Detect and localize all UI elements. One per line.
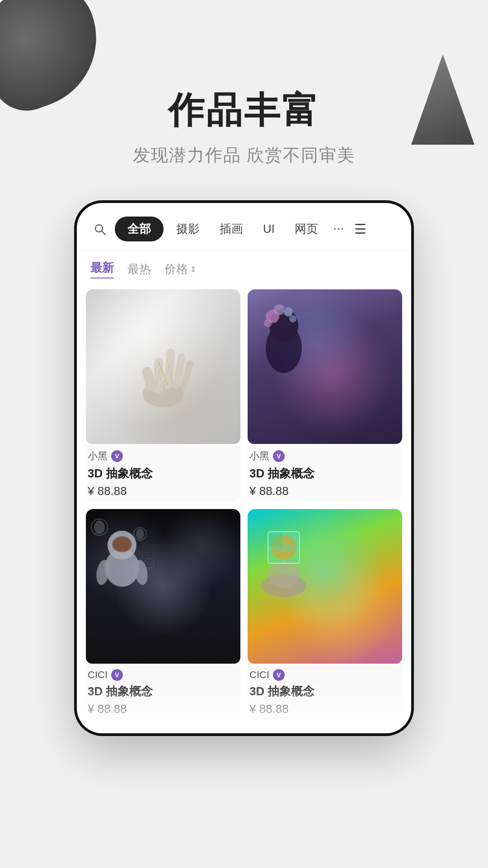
svg-line-1 <box>102 231 105 235</box>
svg-point-16 <box>289 315 296 322</box>
product-card-2[interactable]: 小黑 V 3D 抽象概念 ¥ 88.88 <box>248 289 402 502</box>
product-info-3: CICI V 3D 抽象概念 ¥ 88.88 <box>86 664 240 720</box>
filter-tab-newest[interactable]: 最新 <box>90 260 114 278</box>
phone-content: 全部 摄影 插画 UI 网页 ··· ☰ 最新 最热 价格 ⇕ <box>77 203 411 733</box>
verified-badge-3: V <box>111 669 123 681</box>
nav-more-icon[interactable]: ··· <box>331 223 347 235</box>
product-price-4: ¥ 88.88 <box>249 702 400 716</box>
product-info-1: 小黑 V 3D 抽象概念 ¥ 88.88 <box>86 444 240 502</box>
product-price-1: ¥ 88.88 <box>88 484 239 498</box>
product-title-2: 3D 抽象概念 <box>249 466 400 481</box>
svg-point-15 <box>284 307 293 316</box>
product-grid-wrapper: 小黑 V 3D 抽象概念 ¥ 88.88 <box>77 285 411 733</box>
price-sort-arrow: ⇕ <box>190 264 197 274</box>
product-image-4 <box>248 509 402 664</box>
svg-point-30 <box>268 561 300 588</box>
product-card-4[interactable]: CICI V 3D 抽象概念 ¥ 88.88 <box>248 509 402 720</box>
product-info-2: 小黑 V 3D 抽象概念 ¥ 88.88 <box>248 444 402 502</box>
product-image-1 <box>86 289 240 444</box>
filter-tab-hottest[interactable]: 最热 <box>127 261 151 277</box>
product-title-3: 3D 抽象概念 <box>88 684 239 699</box>
nav-tab-web[interactable]: 网页 <box>287 217 325 241</box>
nav-tab-all[interactable]: 全部 <box>115 217 164 241</box>
svg-point-19 <box>94 520 105 534</box>
verified-badge-4: V <box>273 669 285 681</box>
product-price-2: ¥ 88.88 <box>249 484 400 498</box>
product-author-1: 小黑 V <box>88 449 239 463</box>
product-image-2 <box>248 289 402 444</box>
product-info-4: CICI V 3D 抽象概念 ¥ 88.88 <box>248 664 402 720</box>
head-image <box>248 289 402 444</box>
search-icon[interactable] <box>90 220 109 239</box>
cube-image <box>248 509 402 664</box>
author-name-1: 小黑 <box>88 449 108 463</box>
svg-point-17 <box>264 319 272 327</box>
headline-title: 作品丰富 <box>0 90 488 130</box>
product-grid: 小黑 V 3D 抽象概念 ¥ 88.88 <box>77 285 411 733</box>
product-image-3 <box>86 509 240 664</box>
author-name-3: CICI <box>88 669 108 681</box>
phone-mockup: 全部 摄影 插画 UI 网页 ··· ☰ 最新 最热 价格 ⇕ <box>77 203 411 733</box>
filter-tab-price[interactable]: 价格 ⇕ <box>164 261 197 277</box>
product-author-4: CICI V <box>249 669 400 681</box>
product-title-1: 3D 抽象概念 <box>88 466 239 481</box>
nav-tab-illustration[interactable]: 插画 <box>212 217 250 241</box>
hand-image <box>86 289 240 444</box>
author-name-2: 小黑 <box>249 449 269 463</box>
product-title-4: 3D 抽象概念 <box>249 684 400 699</box>
product-author-3: CICI V <box>88 669 239 681</box>
verified-badge-2: V <box>273 450 285 462</box>
svg-point-21 <box>136 528 144 539</box>
nav-tab-ui[interactable]: UI <box>256 217 282 241</box>
svg-point-14 <box>274 304 285 315</box>
author-name-4: CICI <box>249 669 269 681</box>
product-price-3: ¥ 88.88 <box>88 702 239 716</box>
astronaut-image <box>86 509 240 664</box>
phone-nav: 全部 摄影 插画 UI 网页 ··· ☰ <box>77 203 411 251</box>
headline-subtitle: 发现潜力作品 欣赏不同审美 <box>0 144 488 167</box>
nav-menu-icon[interactable]: ☰ <box>354 221 366 237</box>
product-card-1[interactable]: 小黑 V 3D 抽象概念 ¥ 88.88 <box>86 289 240 502</box>
svg-rect-36 <box>269 533 283 547</box>
svg-point-26 <box>113 537 131 552</box>
product-author-2: 小黑 V <box>249 449 400 463</box>
product-card-3[interactable]: CICI V 3D 抽象概念 ¥ 88.88 <box>86 509 240 720</box>
verified-badge-1: V <box>111 450 123 462</box>
nav-tab-photography[interactable]: 摄影 <box>169 217 207 241</box>
filter-tabs: 最新 最热 价格 ⇕ <box>77 251 411 285</box>
headline-area: 作品丰富 发现潜力作品 欣赏不同审美 <box>0 0 488 167</box>
